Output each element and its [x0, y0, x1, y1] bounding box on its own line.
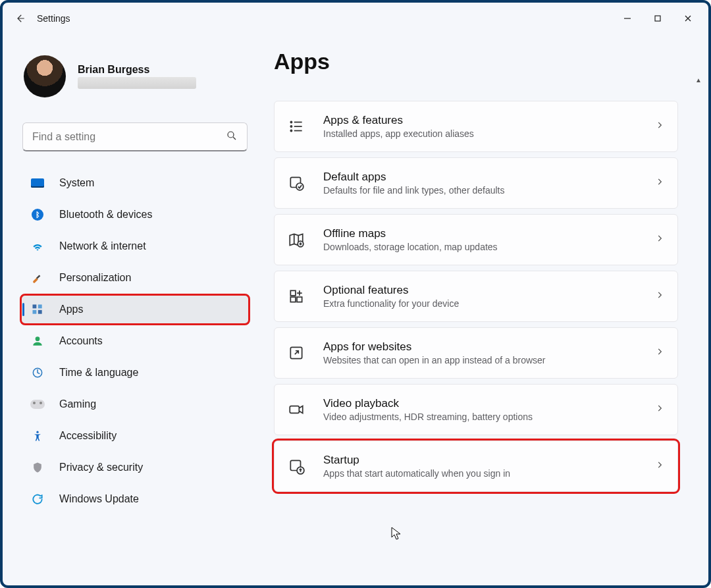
- window-controls: [612, 8, 703, 29]
- avatar: [24, 55, 66, 97]
- minimize-icon: [623, 14, 632, 23]
- svg-rect-25: [290, 406, 299, 414]
- sidebar-item-label: Personalization: [59, 272, 131, 284]
- profile-text: Brian Burgess: [78, 64, 196, 89]
- brush-icon: [30, 271, 45, 285]
- card-subtitle: Extra functionality for your device: [323, 298, 638, 309]
- close-icon: [683, 14, 693, 23]
- map-icon: [286, 230, 306, 250]
- svg-rect-1: [655, 16, 660, 21]
- list-icon: [286, 117, 306, 136]
- svg-point-14: [290, 126, 292, 127]
- sidebar-item-personalization[interactable]: Personalization: [21, 263, 249, 292]
- svg-point-11: [36, 431, 38, 433]
- card-apps-features[interactable]: Apps & features Installed apps, app exec…: [274, 101, 678, 152]
- minimize-button[interactable]: [612, 8, 643, 29]
- sidebar-item-label: Time & language: [59, 367, 138, 379]
- svg-point-2: [228, 132, 234, 138]
- card-default-apps[interactable]: Default apps Defaults for file and link …: [274, 157, 678, 209]
- svg-rect-7: [33, 310, 37, 314]
- card-title: Optional features: [323, 284, 638, 297]
- sidebar-item-label: Network & internet: [59, 240, 146, 252]
- titlebar: Settings: [3, 3, 708, 34]
- card-offline-maps[interactable]: Offline maps Downloads, storage location…: [274, 214, 678, 265]
- sidebar-item-system[interactable]: System: [21, 169, 249, 198]
- settings-card-list: Apps & features Installed apps, app exec…: [274, 101, 678, 492]
- chevron-right-icon: [655, 460, 664, 472]
- chevron-right-icon: [655, 347, 664, 359]
- svg-point-16: [290, 130, 292, 131]
- svg-line-3: [233, 137, 236, 140]
- chevron-right-icon: [655, 404, 664, 415]
- card-startup[interactable]: Startup Apps that start automatically wh…: [274, 441, 678, 492]
- search-input[interactable]: [32, 131, 226, 143]
- apps-icon: [30, 302, 45, 317]
- svg-rect-21: [290, 290, 296, 296]
- sidebar-item-label: Windows Update: [59, 493, 139, 505]
- video-icon: [286, 400, 306, 419]
- person-icon: [30, 334, 45, 348]
- sidebar-item-time-language[interactable]: Time & language: [21, 358, 249, 387]
- maximize-button[interactable]: [643, 8, 673, 29]
- card-video-playback[interactable]: Video playback Video adjustments, HDR st…: [274, 384, 678, 435]
- card-subtitle: Websites that can open in an app instead…: [323, 355, 638, 365]
- profile-block[interactable]: Brian Burgess: [20, 53, 250, 109]
- update-icon: [30, 492, 45, 506]
- card-subtitle: Defaults for file and link types, other …: [323, 185, 638, 196]
- sidebar-item-label: Accessibility: [59, 430, 117, 442]
- card-title: Default apps: [323, 171, 638, 184]
- back-arrow-icon: [14, 13, 26, 24]
- sidebar-item-accessibility[interactable]: Accessibility: [21, 421, 249, 450]
- search-icon: [226, 130, 238, 144]
- sidebar-item-bluetooth[interactable]: ᛒ Bluetooth & devices: [21, 200, 249, 229]
- card-title: Video playback: [323, 397, 638, 410]
- card-title: Offline maps: [323, 227, 638, 240]
- card-optional-features[interactable]: Optional features Extra functionality fo…: [274, 271, 678, 322]
- close-button[interactable]: [673, 8, 703, 29]
- shield-icon: [30, 460, 45, 475]
- sidebar-item-windows-update[interactable]: Windows Update: [21, 485, 249, 514]
- card-subtitle: Apps that start automatically when you s…: [323, 468, 638, 479]
- card-apps-websites[interactable]: Apps for websites Websites that can open…: [274, 327, 678, 379]
- page-title: Apps: [274, 49, 685, 74]
- chevron-right-icon: [655, 290, 664, 302]
- maximize-icon: [653, 14, 662, 23]
- nav-list: System ᛒ Bluetooth & devices Network & i…: [20, 169, 250, 514]
- scroll-up-arrow-icon[interactable]: ▲: [695, 76, 702, 84]
- accessibility-icon: [30, 429, 45, 443]
- card-title: Apps & features: [323, 114, 638, 127]
- sidebar-item-apps[interactable]: Apps: [21, 295, 249, 324]
- window-title: Settings: [37, 13, 70, 24]
- sidebar-item-gaming[interactable]: Gaming: [21, 390, 249, 419]
- card-subtitle: Video adjustments, HDR streaming, batter…: [323, 412, 638, 422]
- bluetooth-icon: ᛒ: [30, 207, 45, 222]
- wifi-icon: [30, 239, 45, 254]
- startup-icon: [286, 456, 306, 476]
- card-title: Startup: [323, 454, 638, 467]
- sidebar-item-accounts[interactable]: Accounts: [21, 327, 249, 356]
- back-button[interactable]: [8, 7, 32, 30]
- sidebar-item-label: Apps: [59, 304, 83, 315]
- sidebar-item-privacy[interactable]: Privacy & security: [21, 453, 249, 482]
- sidebar-item-label: Bluetooth & devices: [59, 209, 152, 221]
- svg-rect-5: [33, 305, 37, 309]
- default-apps-icon: [286, 173, 306, 193]
- svg-rect-23: [297, 297, 302, 302]
- svg-rect-22: [290, 297, 296, 302]
- gamepad-icon: [30, 397, 45, 412]
- svg-rect-4: [36, 275, 40, 279]
- main-panel: Apps Apps & features Installed apps, app…: [258, 40, 703, 580]
- svg-rect-8: [38, 310, 42, 314]
- chevron-right-icon: [655, 234, 664, 246]
- profile-email-redacted: [78, 77, 196, 89]
- sidebar-item-network[interactable]: Network & internet: [21, 232, 249, 261]
- search-box[interactable]: [22, 122, 248, 151]
- svg-point-9: [36, 336, 40, 341]
- chevron-right-icon: [655, 120, 664, 132]
- sidebar-item-label: Gaming: [59, 398, 96, 410]
- sidebar: Brian Burgess System ᛒ Bluetooth & devic…: [8, 40, 258, 580]
- svg-rect-6: [38, 305, 42, 309]
- sidebar-item-label: System: [59, 177, 94, 189]
- system-icon: [30, 176, 45, 190]
- svg-point-12: [290, 121, 292, 122]
